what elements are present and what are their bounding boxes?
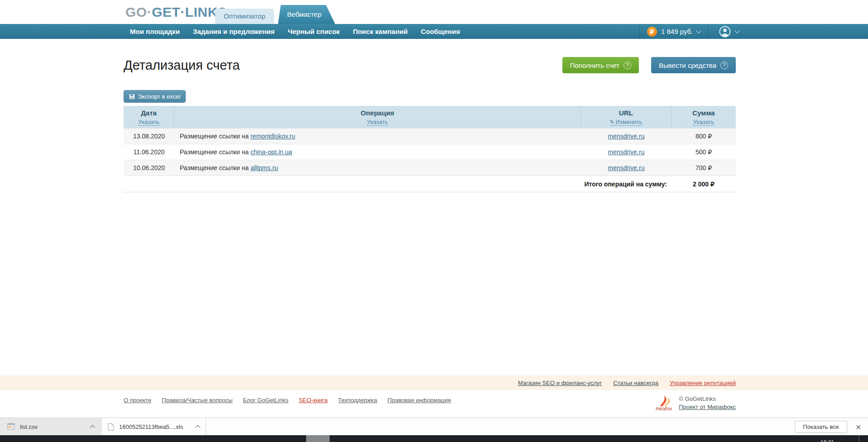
withdraw-button[interactable]: Вывести средства ? bbox=[651, 57, 736, 73]
top-header: GO·GET·LINKS Оптимизатор Вебмастер bbox=[0, 0, 868, 24]
save-icon bbox=[129, 94, 135, 100]
cell-amount: 500 ₽ bbox=[671, 148, 736, 156]
cell-operation: Размещение ссылки на remontdiskov.ru bbox=[174, 133, 581, 140]
nav-item-my-sites[interactable]: Мои площадки bbox=[130, 28, 180, 35]
project-link[interactable]: Проект от Мирафокс bbox=[679, 404, 736, 410]
nav-item-blacklist[interactable]: Черный список bbox=[288, 28, 340, 35]
download-filename: 16005252113fbea5....xls bbox=[119, 423, 183, 430]
chevron-up-icon[interactable] bbox=[90, 425, 95, 430]
balance-widget[interactable]: ₽ 1 849 руб. bbox=[639, 24, 708, 39]
role-tabs: Оптимизатор Вебмастер bbox=[215, 5, 335, 24]
help-icon: ? bbox=[720, 62, 728, 69]
table-row: 11.06.2020 Размещение ссылки на china-op… bbox=[124, 144, 736, 160]
mirafox-label: mirafox bbox=[656, 406, 672, 411]
cell-date: 13.08.2020 bbox=[124, 133, 174, 140]
total-label: Итого операций на сумму: bbox=[124, 181, 671, 188]
taskbar: 16:21 bbox=[0, 435, 868, 442]
column-header-date: Дата Указать bbox=[124, 106, 174, 128]
footer-link-legal[interactable]: Правовая информация bbox=[388, 397, 451, 411]
avatar-icon bbox=[719, 26, 731, 38]
cell-url: mensdrive.ru bbox=[581, 133, 671, 140]
prefooter-strip: Магазин SEO и фриланс-услуг Статьи навсе… bbox=[0, 375, 868, 390]
help-icon: ? bbox=[623, 62, 631, 69]
filter-link-date[interactable]: Указать bbox=[138, 119, 159, 126]
table-row: 10.06.2020 Размещение ссылки на alltpms.… bbox=[124, 160, 736, 176]
nav-links: Мои площадки Задания и предложения Черны… bbox=[130, 24, 460, 39]
topup-button-label: Пополнить счет bbox=[570, 62, 619, 69]
filter-link-operation[interactable]: Указать bbox=[367, 119, 388, 126]
total-row: Итого операций на сумму: 2 000 ₽ bbox=[124, 176, 736, 192]
cell-date: 11.06.2020 bbox=[124, 148, 174, 156]
footer-link-seo-book[interactable]: SEO-книга bbox=[299, 397, 328, 411]
tab-optimizer[interactable]: Оптимизатор bbox=[215, 9, 274, 24]
operation-site-link[interactable]: remontdiskov.ru bbox=[250, 133, 295, 140]
chevron-down-icon bbox=[735, 28, 740, 33]
cell-url: mensdrive.ru bbox=[581, 148, 671, 156]
prefooter-link-seo-market[interactable]: Магазин SEO и фриланс-услуг bbox=[518, 380, 602, 386]
balance-amount: 1 849 руб. bbox=[661, 28, 693, 35]
filter-link-amount[interactable]: Указать bbox=[693, 119, 714, 126]
table-header: Дата Указать Операция Указать URL ✎Измен… bbox=[124, 106, 736, 128]
cell-amount: 800 ₽ bbox=[671, 133, 736, 140]
csv-file-icon bbox=[7, 423, 15, 430]
download-item-xls[interactable]: 16005252113fbea5....xls bbox=[102, 418, 206, 435]
column-header-operation: Операция Указать bbox=[174, 106, 581, 128]
downloads-bar: list.csv 16005252113fbea5....xls Показат… bbox=[0, 418, 868, 435]
export-button-label: Экспорт в excel bbox=[138, 93, 180, 100]
chevron-up-icon[interactable] bbox=[195, 425, 200, 430]
column-label: Сумма bbox=[692, 109, 715, 117]
transactions-table: Дата Указать Операция Указать URL ✎Измен… bbox=[124, 106, 736, 192]
account-actions: Пополнить счет ? Вывести средства ? bbox=[562, 57, 736, 73]
close-downloads-icon[interactable]: × bbox=[856, 422, 861, 432]
fox-icon bbox=[657, 395, 671, 407]
cell-operation: Размещение ссылки на china-opt.in.ua bbox=[174, 148, 581, 156]
taskbar-clock: 16:21 bbox=[820, 439, 834, 442]
edit-url-link[interactable]: ✎Изменить bbox=[610, 119, 643, 126]
nav-item-campaign-search[interactable]: Поиск кампаний bbox=[353, 28, 408, 35]
copyright: © GoGetLinks bbox=[679, 395, 736, 403]
operation-text: Размещение ссылки на bbox=[180, 133, 250, 140]
operation-site-link[interactable]: alltpms.ru bbox=[250, 164, 278, 171]
footer-link-blog[interactable]: Блог GoGetLinks bbox=[243, 397, 288, 411]
nav-item-tasks-offers[interactable]: Задания и предложения bbox=[193, 28, 274, 35]
url-link[interactable]: mensdrive.ru bbox=[608, 148, 645, 156]
edit-url-label: Изменить bbox=[616, 119, 643, 125]
url-link[interactable]: mensdrive.ru bbox=[608, 164, 645, 171]
chevron-down-icon bbox=[696, 28, 701, 33]
column-header-url: URL ✎Изменить bbox=[581, 106, 671, 128]
nav-item-messages[interactable]: Сообщения bbox=[421, 28, 460, 35]
operation-text: Размещение ссылки на bbox=[180, 164, 250, 171]
main-navbar: Мои площадки Задания и предложения Черны… bbox=[0, 24, 868, 39]
cell-date: 10.06.2020 bbox=[124, 164, 174, 171]
download-filename: list.csv bbox=[20, 423, 38, 430]
withdraw-button-label: Вывести средства bbox=[659, 62, 716, 69]
pencil-icon: ✎ bbox=[610, 119, 614, 125]
main-content: Детализация счета Пополнить счет ? Вывес… bbox=[124, 57, 736, 192]
operation-text: Размещение ссылки на bbox=[180, 148, 250, 156]
footer-link-about[interactable]: О проекте bbox=[124, 397, 151, 411]
table-row: 13.08.2020 Размещение ссылки на remontdi… bbox=[124, 128, 736, 144]
prefooter-link-articles[interactable]: Статьи навсегда bbox=[613, 380, 658, 386]
url-link[interactable]: mensdrive.ru bbox=[608, 133, 645, 140]
ruble-coin-icon: ₽ bbox=[647, 27, 657, 37]
column-header-amount: Сумма Указать bbox=[671, 106, 736, 128]
taskbar-app-thumb[interactable] bbox=[306, 435, 330, 442]
column-label: Дата bbox=[141, 109, 157, 117]
show-all-button[interactable]: Показать все bbox=[795, 421, 847, 433]
cell-operation: Размещение ссылки на alltpms.ru bbox=[174, 164, 581, 171]
column-label: Операция bbox=[361, 109, 394, 117]
download-item-csv[interactable]: list.csv bbox=[0, 418, 102, 435]
tab-webmaster[interactable]: Вебмастер bbox=[278, 5, 335, 24]
mirafox-logo[interactable]: mirafox bbox=[653, 395, 675, 411]
footer-link-support[interactable]: Техподдержка bbox=[338, 397, 377, 411]
prefooter-link-reputation[interactable]: Управление репутацией bbox=[670, 380, 736, 386]
footer-link-rules-faq[interactable]: Правила/Частые вопросы bbox=[162, 397, 232, 411]
user-menu[interactable] bbox=[708, 24, 747, 39]
operation-site-link[interactable]: china-opt.in.ua bbox=[250, 148, 292, 156]
page-title: Детализация счета bbox=[124, 58, 240, 73]
topup-button[interactable]: Пополнить счет ? bbox=[562, 57, 639, 73]
gogetlinks-logo: GO·GET·LINKS bbox=[125, 5, 227, 20]
export-excel-button[interactable]: Экспорт в excel bbox=[124, 90, 186, 103]
logo-part-go: GO· bbox=[125, 5, 152, 19]
column-label: URL bbox=[619, 109, 633, 117]
